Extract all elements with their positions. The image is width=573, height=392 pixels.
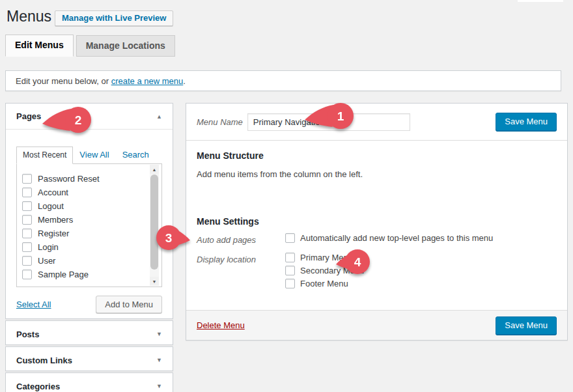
pages-panel: Pages ▲ Most Recent View All Search Pass… xyxy=(5,103,173,319)
page-checkbox-members[interactable] xyxy=(22,215,32,225)
save-menu-button-bottom[interactable]: Save Menu xyxy=(496,316,557,335)
pages-panel-title: Pages xyxy=(16,111,41,121)
save-menu-button-top[interactable]: Save Menu xyxy=(496,113,557,131)
screen-options-tab-remnant xyxy=(518,0,563,2)
page-checkbox-login[interactable] xyxy=(22,242,32,252)
tab-manage-locations[interactable]: Manage Locations xyxy=(76,35,175,57)
create-new-menu-link[interactable]: create a new menu xyxy=(111,76,184,86)
page-item-label: Members xyxy=(38,215,73,225)
list-item: Logout xyxy=(22,199,145,213)
delete-menu-link[interactable]: Delete Menu xyxy=(197,320,245,330)
chevron-down-icon[interactable]: ▼ xyxy=(156,331,162,337)
page-item-label: Account xyxy=(38,188,68,197)
callout-4-arrow: 4 xyxy=(335,248,371,275)
page-item-label: Password Reset xyxy=(38,174,100,184)
callout-3-number: 3 xyxy=(165,231,173,245)
posts-panel-header[interactable]: Posts ▼ xyxy=(6,321,173,347)
auto-add-row: Automatically add new top-level pages to… xyxy=(285,233,493,243)
list-item: Members xyxy=(22,213,145,227)
pages-panel-actions: Select All Add to Menu xyxy=(16,296,162,313)
page-checkbox-logout[interactable] xyxy=(22,201,32,211)
list-item: Login xyxy=(22,240,145,254)
page-checkbox-account[interactable] xyxy=(22,188,32,197)
notice-suffix: . xyxy=(183,76,186,86)
custom-links-panel-title: Custom Links xyxy=(16,356,72,365)
chevron-down-icon[interactable]: ▼ xyxy=(156,383,162,389)
manage-live-preview-button[interactable]: Manage with Live Preview xyxy=(55,10,173,26)
page-item-label: User xyxy=(38,256,55,266)
menu-editor-panel: Menu Name Save Menu Menu Structure Add m… xyxy=(186,103,568,341)
tab-most-recent[interactable]: Most Recent xyxy=(16,147,73,164)
auto-add-checkbox[interactable] xyxy=(285,233,295,243)
categories-panel-title: Categories xyxy=(16,382,60,391)
callout-4-number: 4 xyxy=(354,255,361,269)
posts-panel-title: Posts xyxy=(16,329,39,339)
menu-settings-heading: Menu Settings xyxy=(197,216,259,227)
list-item: Register xyxy=(22,227,145,240)
callout-2-number: 2 xyxy=(75,113,82,127)
secondary-menu-checkbox[interactable] xyxy=(285,266,295,275)
categories-panel: Categories ▼ xyxy=(5,372,173,392)
scroll-up-icon[interactable]: ▲ xyxy=(150,165,159,174)
auto-add-pages-setting: Automatically add new top-level pages to… xyxy=(285,233,493,246)
footer-menu-label: Footer Menu xyxy=(300,279,348,288)
page-checkbox-password-reset[interactable] xyxy=(22,174,32,184)
page-item-label: Logout xyxy=(38,201,64,211)
display-location-label: Display location xyxy=(197,255,256,264)
nav-tabs: Edit Menus Manage Locations xyxy=(5,35,178,57)
page-item-label: Register xyxy=(38,229,69,238)
menu-editor-footer: Delete Menu Save Menu xyxy=(186,310,567,340)
tab-edit-menus[interactable]: Edit Menus xyxy=(5,35,74,57)
page-checkbox-user[interactable] xyxy=(22,256,32,266)
callout-2-arrow: 2 xyxy=(41,106,93,135)
list-item: Sample Page xyxy=(22,268,145,281)
menu-name-label: Menu Name xyxy=(197,117,243,127)
pages-inner-tabs: Most Recent View All Search xyxy=(16,147,162,163)
page-item-label: Login xyxy=(38,242,59,252)
pages-panel-body: Most Recent View All Search Password Res… xyxy=(6,130,173,313)
callout-1-number: 1 xyxy=(337,109,344,123)
list-item: Account xyxy=(22,186,145,199)
chevron-up-icon[interactable]: ▲ xyxy=(156,113,162,120)
notice-text: Edit your menu below, or xyxy=(16,76,109,86)
add-to-menu-button[interactable]: Add to Menu xyxy=(96,296,162,313)
location-row: Footer Menu xyxy=(285,279,364,288)
tab-view-all[interactable]: View All xyxy=(73,147,115,163)
list-item: User xyxy=(22,254,145,268)
menu-name-bar: Menu Name Save Menu xyxy=(186,104,567,141)
auto-add-checkbox-label: Automatically add new top-level pages to… xyxy=(300,233,493,243)
scroll-down-icon[interactable]: ▼ xyxy=(150,277,159,286)
edit-menu-notice: Edit your menu below, or create a new me… xyxy=(5,70,561,91)
select-all-link[interactable]: Select All xyxy=(16,300,51,309)
page-checkbox-register[interactable] xyxy=(22,229,32,238)
primary-menu-checkbox[interactable] xyxy=(285,253,295,262)
wordpress-menus-screen: Menus Manage with Live Preview Edit Menu… xyxy=(0,0,573,392)
page-title: Menus xyxy=(7,8,51,25)
page-checkbox-sample-page[interactable] xyxy=(22,270,32,279)
custom-links-panel-header[interactable]: Custom Links ▼ xyxy=(6,347,173,373)
pages-checklist: Password Reset Account Logout Members Re… xyxy=(16,163,162,287)
callout-1-arrow: 1 xyxy=(303,102,356,131)
chevron-down-icon[interactable]: ▼ xyxy=(156,357,162,363)
footer-menu-checkbox[interactable] xyxy=(285,279,295,288)
list-item: Password Reset xyxy=(22,172,145,186)
scrollbar-thumb[interactable] xyxy=(150,175,158,270)
callout-3-arrow: 3 xyxy=(155,224,191,251)
tab-search[interactable]: Search xyxy=(116,147,156,163)
posts-panel: Posts ▼ xyxy=(5,320,173,345)
categories-panel-header[interactable]: Categories ▼ xyxy=(6,373,173,392)
menu-structure-heading: Menu Structure xyxy=(197,150,264,161)
auto-add-pages-label: Auto add pages xyxy=(197,235,256,245)
menu-structure-description: Add menu items from the column on the le… xyxy=(197,169,363,179)
page-item-label: Sample Page xyxy=(38,270,89,279)
custom-links-panel: Custom Links ▼ xyxy=(5,346,173,371)
